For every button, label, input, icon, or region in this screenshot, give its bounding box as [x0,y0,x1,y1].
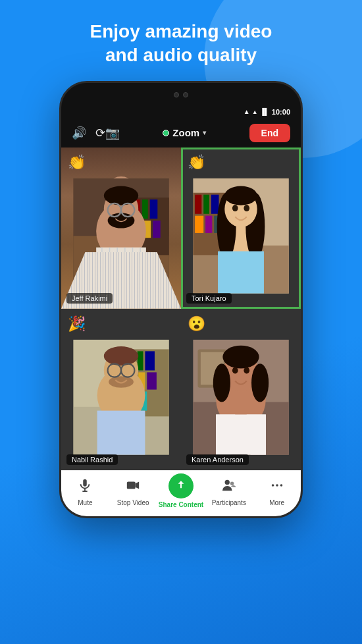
svg-point-67 [213,364,230,402]
participants-icon [222,478,236,496]
svg-rect-4 [142,200,148,219]
phone-mockup: ▲ ▲ ▐▌ 10:00 🔊 ⟳📷 Zoom ▾ End [59,81,303,518]
phone-top [61,83,301,107]
person-nabil-svg [73,325,169,470]
svg-point-12 [108,213,135,228]
svg-point-73 [244,367,249,374]
svg-rect-28 [211,195,219,214]
video-grid: 👏 Jeff Rakimi [61,148,301,470]
end-button[interactable]: End [249,124,290,142]
svg-rect-37 [218,252,264,294]
svg-point-79 [224,480,229,485]
meeting-toolbar: 🔊 ⟳📷 Zoom ▾ End [61,119,301,148]
app-name: Zoom [172,127,199,138]
camera-dot-1 [174,92,179,97]
name-karen: Karen Anderson [186,454,249,465]
mute-label: Mute [78,499,92,506]
svg-rect-8 [153,221,161,238]
svg-rect-26 [195,195,201,214]
status-icons: ▲ ▲ ▐▌ [244,108,269,115]
nav-stop-video[interactable]: Stop Video [109,478,157,506]
video-cell-tori: 👏 Tori Kujaro [181,148,301,309]
video-cell-karen: 😮 Karen Anderson [181,309,301,470]
stop-video-icon [126,478,140,496]
svg-point-54 [109,377,134,388]
stop-video-label: Stop Video [117,499,149,506]
video-karen [181,309,301,470]
svg-rect-5 [150,200,158,219]
svg-marker-78 [136,481,140,489]
emoji-nabil: 🎉 [68,315,86,333]
svg-rect-48 [147,373,157,390]
svg-rect-27 [203,195,209,214]
nav-more[interactable]: More [253,478,301,506]
camera-flip-icon[interactable]: ⟳📷 [95,126,120,140]
signal-icon: ▲ [252,109,258,115]
svg-rect-74 [84,479,88,487]
phone-wrapper: ▲ ▲ ▐▌ 10:00 🔊 ⟳📷 Zoom ▾ End [59,81,303,644]
headline-line1: Enjoy amazing video [90,21,272,41]
svg-rect-30 [205,216,212,233]
svg-point-72 [232,367,238,374]
svg-point-36 [224,186,257,205]
svg-point-81 [271,484,274,487]
nav-share-content[interactable]: Share Content [157,476,205,508]
svg-rect-29 [195,216,203,233]
svg-rect-45 [145,352,155,371]
mute-icon [78,478,92,496]
svg-point-11 [104,186,138,205]
battery-icon: ▐▌ [260,108,269,115]
status-time: 10:00 [272,108,290,116]
video-cell-jeff: 👏 Jeff Rakimi [61,148,181,309]
svg-point-82 [276,484,278,487]
svg-point-68 [251,364,269,402]
more-label: More [269,499,284,506]
person-karen-svg [193,325,289,470]
bottom-nav: Mute Stop Video Share [61,470,301,516]
nav-mute[interactable]: Mute [61,478,109,506]
svg-rect-59 [97,411,145,455]
zoom-status-dot [163,130,169,136]
svg-point-53 [104,346,138,365]
name-jeff: Jeff Rakimi [66,293,113,304]
svg-rect-16 [96,248,146,294]
camera-dot-2 [183,92,188,97]
svg-point-38 [232,205,238,211]
svg-rect-77 [127,481,136,489]
svg-point-39 [244,205,249,211]
emoji-jeff: 👏 [68,154,86,171]
video-jeff [61,148,181,309]
svg-rect-44 [138,352,143,371]
svg-point-83 [280,484,282,487]
headline-line2: and audio quality [105,45,257,65]
nav-participants[interactable]: Participants [205,478,253,506]
video-nabil [61,309,181,470]
camera-sensors [174,92,188,97]
wifi-icon: ▲ [244,108,250,115]
status-bar: ▲ ▲ ▐▌ 10:00 [61,107,301,119]
participants-label: Participants [212,499,246,506]
zoom-badge[interactable]: Zoom ▾ [163,127,206,138]
svg-point-66 [222,346,259,369]
name-nabil: Nabil Rashid [66,454,118,465]
share-content-label: Share Content [159,501,203,508]
emoji-tori: 👏 [188,154,205,171]
name-tori: Tori Kujaro [186,293,232,304]
person-jeff-svg [73,163,169,309]
meeting-bar-left: 🔊 ⟳📷 [72,126,120,140]
more-icon [270,478,284,496]
audio-icon[interactable]: 🔊 [72,126,86,140]
svg-point-80 [230,481,234,485]
zoom-chevron-icon: ▾ [203,129,206,136]
emoji-karen: 😮 [188,315,205,333]
share-content-icon [168,473,194,498]
headline: Enjoy amazing video and audio quality [64,0,299,81]
video-tori [181,148,301,309]
person-tori-svg [193,163,289,309]
video-cell-nabil: 🎉 Nabil Rashid [61,309,181,470]
